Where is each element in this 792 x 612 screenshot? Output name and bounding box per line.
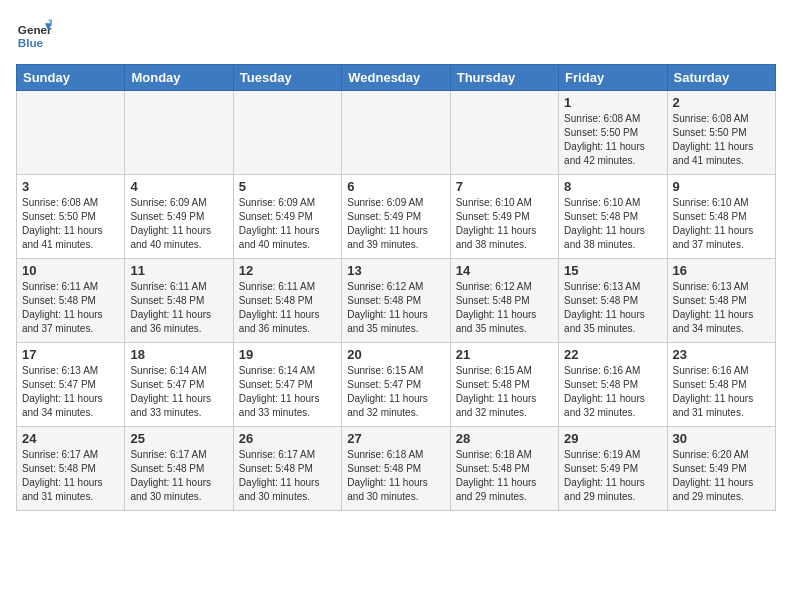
logo-icon: General Blue <box>16 16 52 52</box>
day-info-text: Sunrise: 6:13 AM Sunset: 5:47 PM Dayligh… <box>22 364 119 420</box>
calendar-day-cell: 5Sunrise: 6:09 AM Sunset: 5:49 PM Daylig… <box>233 175 341 259</box>
calendar-day-cell: 11Sunrise: 6:11 AM Sunset: 5:48 PM Dayli… <box>125 259 233 343</box>
calendar-empty-cell <box>233 91 341 175</box>
day-number: 11 <box>130 263 227 278</box>
calendar-header-row: SundayMondayTuesdayWednesdayThursdayFrid… <box>17 65 776 91</box>
page-header: General Blue <box>16 16 776 52</box>
day-info-text: Sunrise: 6:20 AM Sunset: 5:49 PM Dayligh… <box>673 448 770 504</box>
day-number: 16 <box>673 263 770 278</box>
day-info-text: Sunrise: 6:10 AM Sunset: 5:49 PM Dayligh… <box>456 196 553 252</box>
day-number: 8 <box>564 179 661 194</box>
calendar-day-cell: 16Sunrise: 6:13 AM Sunset: 5:48 PM Dayli… <box>667 259 775 343</box>
calendar-day-cell: 1Sunrise: 6:08 AM Sunset: 5:50 PM Daylig… <box>559 91 667 175</box>
day-info-text: Sunrise: 6:15 AM Sunset: 5:47 PM Dayligh… <box>347 364 444 420</box>
day-number: 4 <box>130 179 227 194</box>
calendar-week-row: 1Sunrise: 6:08 AM Sunset: 5:50 PM Daylig… <box>17 91 776 175</box>
day-number: 2 <box>673 95 770 110</box>
calendar-day-cell: 21Sunrise: 6:15 AM Sunset: 5:48 PM Dayli… <box>450 343 558 427</box>
day-info-text: Sunrise: 6:17 AM Sunset: 5:48 PM Dayligh… <box>239 448 336 504</box>
day-number: 12 <box>239 263 336 278</box>
calendar-empty-cell <box>17 91 125 175</box>
calendar-day-cell: 20Sunrise: 6:15 AM Sunset: 5:47 PM Dayli… <box>342 343 450 427</box>
day-number: 26 <box>239 431 336 446</box>
day-number: 21 <box>456 347 553 362</box>
weekday-header: Wednesday <box>342 65 450 91</box>
day-number: 1 <box>564 95 661 110</box>
day-info-text: Sunrise: 6:18 AM Sunset: 5:48 PM Dayligh… <box>456 448 553 504</box>
day-info-text: Sunrise: 6:17 AM Sunset: 5:48 PM Dayligh… <box>130 448 227 504</box>
weekday-header: Friday <box>559 65 667 91</box>
day-number: 27 <box>347 431 444 446</box>
day-number: 22 <box>564 347 661 362</box>
day-number: 15 <box>564 263 661 278</box>
day-number: 19 <box>239 347 336 362</box>
calendar-day-cell: 12Sunrise: 6:11 AM Sunset: 5:48 PM Dayli… <box>233 259 341 343</box>
calendar-day-cell: 30Sunrise: 6:20 AM Sunset: 5:49 PM Dayli… <box>667 427 775 511</box>
calendar-day-cell: 6Sunrise: 6:09 AM Sunset: 5:49 PM Daylig… <box>342 175 450 259</box>
day-info-text: Sunrise: 6:08 AM Sunset: 5:50 PM Dayligh… <box>564 112 661 168</box>
calendar-day-cell: 25Sunrise: 6:17 AM Sunset: 5:48 PM Dayli… <box>125 427 233 511</box>
calendar-empty-cell <box>342 91 450 175</box>
day-number: 14 <box>456 263 553 278</box>
weekday-header: Tuesday <box>233 65 341 91</box>
weekday-header: Saturday <box>667 65 775 91</box>
day-info-text: Sunrise: 6:18 AM Sunset: 5:48 PM Dayligh… <box>347 448 444 504</box>
calendar-week-row: 24Sunrise: 6:17 AM Sunset: 5:48 PM Dayli… <box>17 427 776 511</box>
day-number: 23 <box>673 347 770 362</box>
calendar-day-cell: 22Sunrise: 6:16 AM Sunset: 5:48 PM Dayli… <box>559 343 667 427</box>
calendar-table: SundayMondayTuesdayWednesdayThursdayFrid… <box>16 64 776 511</box>
calendar-day-cell: 14Sunrise: 6:12 AM Sunset: 5:48 PM Dayli… <box>450 259 558 343</box>
day-info-text: Sunrise: 6:16 AM Sunset: 5:48 PM Dayligh… <box>564 364 661 420</box>
day-number: 24 <box>22 431 119 446</box>
day-number: 3 <box>22 179 119 194</box>
calendar-day-cell: 28Sunrise: 6:18 AM Sunset: 5:48 PM Dayli… <box>450 427 558 511</box>
day-info-text: Sunrise: 6:11 AM Sunset: 5:48 PM Dayligh… <box>239 280 336 336</box>
day-info-text: Sunrise: 6:16 AM Sunset: 5:48 PM Dayligh… <box>673 364 770 420</box>
day-number: 28 <box>456 431 553 446</box>
calendar-day-cell: 23Sunrise: 6:16 AM Sunset: 5:48 PM Dayli… <box>667 343 775 427</box>
calendar-day-cell: 3Sunrise: 6:08 AM Sunset: 5:50 PM Daylig… <box>17 175 125 259</box>
calendar-day-cell: 4Sunrise: 6:09 AM Sunset: 5:49 PM Daylig… <box>125 175 233 259</box>
day-number: 5 <box>239 179 336 194</box>
calendar-day-cell: 9Sunrise: 6:10 AM Sunset: 5:48 PM Daylig… <box>667 175 775 259</box>
day-info-text: Sunrise: 6:12 AM Sunset: 5:48 PM Dayligh… <box>456 280 553 336</box>
calendar-day-cell: 29Sunrise: 6:19 AM Sunset: 5:49 PM Dayli… <box>559 427 667 511</box>
day-info-text: Sunrise: 6:09 AM Sunset: 5:49 PM Dayligh… <box>239 196 336 252</box>
calendar-day-cell: 26Sunrise: 6:17 AM Sunset: 5:48 PM Dayli… <box>233 427 341 511</box>
svg-text:Blue: Blue <box>18 36 44 49</box>
day-info-text: Sunrise: 6:11 AM Sunset: 5:48 PM Dayligh… <box>22 280 119 336</box>
calendar-day-cell: 2Sunrise: 6:08 AM Sunset: 5:50 PM Daylig… <box>667 91 775 175</box>
calendar-day-cell: 8Sunrise: 6:10 AM Sunset: 5:48 PM Daylig… <box>559 175 667 259</box>
calendar-week-row: 3Sunrise: 6:08 AM Sunset: 5:50 PM Daylig… <box>17 175 776 259</box>
day-info-text: Sunrise: 6:10 AM Sunset: 5:48 PM Dayligh… <box>673 196 770 252</box>
calendar-week-row: 10Sunrise: 6:11 AM Sunset: 5:48 PM Dayli… <box>17 259 776 343</box>
day-number: 17 <box>22 347 119 362</box>
calendar-day-cell: 19Sunrise: 6:14 AM Sunset: 5:47 PM Dayli… <box>233 343 341 427</box>
day-info-text: Sunrise: 6:09 AM Sunset: 5:49 PM Dayligh… <box>347 196 444 252</box>
day-info-text: Sunrise: 6:14 AM Sunset: 5:47 PM Dayligh… <box>239 364 336 420</box>
day-info-text: Sunrise: 6:19 AM Sunset: 5:49 PM Dayligh… <box>564 448 661 504</box>
day-info-text: Sunrise: 6:15 AM Sunset: 5:48 PM Dayligh… <box>456 364 553 420</box>
day-number: 7 <box>456 179 553 194</box>
calendar-day-cell: 15Sunrise: 6:13 AM Sunset: 5:48 PM Dayli… <box>559 259 667 343</box>
day-number: 13 <box>347 263 444 278</box>
day-info-text: Sunrise: 6:10 AM Sunset: 5:48 PM Dayligh… <box>564 196 661 252</box>
day-info-text: Sunrise: 6:14 AM Sunset: 5:47 PM Dayligh… <box>130 364 227 420</box>
day-number: 9 <box>673 179 770 194</box>
day-number: 30 <box>673 431 770 446</box>
calendar-day-cell: 10Sunrise: 6:11 AM Sunset: 5:48 PM Dayli… <box>17 259 125 343</box>
day-info-text: Sunrise: 6:17 AM Sunset: 5:48 PM Dayligh… <box>22 448 119 504</box>
day-info-text: Sunrise: 6:12 AM Sunset: 5:48 PM Dayligh… <box>347 280 444 336</box>
day-info-text: Sunrise: 6:13 AM Sunset: 5:48 PM Dayligh… <box>564 280 661 336</box>
logo: General Blue <box>16 16 52 52</box>
day-info-text: Sunrise: 6:09 AM Sunset: 5:49 PM Dayligh… <box>130 196 227 252</box>
calendar-day-cell: 17Sunrise: 6:13 AM Sunset: 5:47 PM Dayli… <box>17 343 125 427</box>
calendar-day-cell: 13Sunrise: 6:12 AM Sunset: 5:48 PM Dayli… <box>342 259 450 343</box>
day-info-text: Sunrise: 6:13 AM Sunset: 5:48 PM Dayligh… <box>673 280 770 336</box>
day-info-text: Sunrise: 6:08 AM Sunset: 5:50 PM Dayligh… <box>22 196 119 252</box>
calendar-day-cell: 7Sunrise: 6:10 AM Sunset: 5:49 PM Daylig… <box>450 175 558 259</box>
day-number: 20 <box>347 347 444 362</box>
calendar-week-row: 17Sunrise: 6:13 AM Sunset: 5:47 PM Dayli… <box>17 343 776 427</box>
day-number: 25 <box>130 431 227 446</box>
day-info-text: Sunrise: 6:11 AM Sunset: 5:48 PM Dayligh… <box>130 280 227 336</box>
